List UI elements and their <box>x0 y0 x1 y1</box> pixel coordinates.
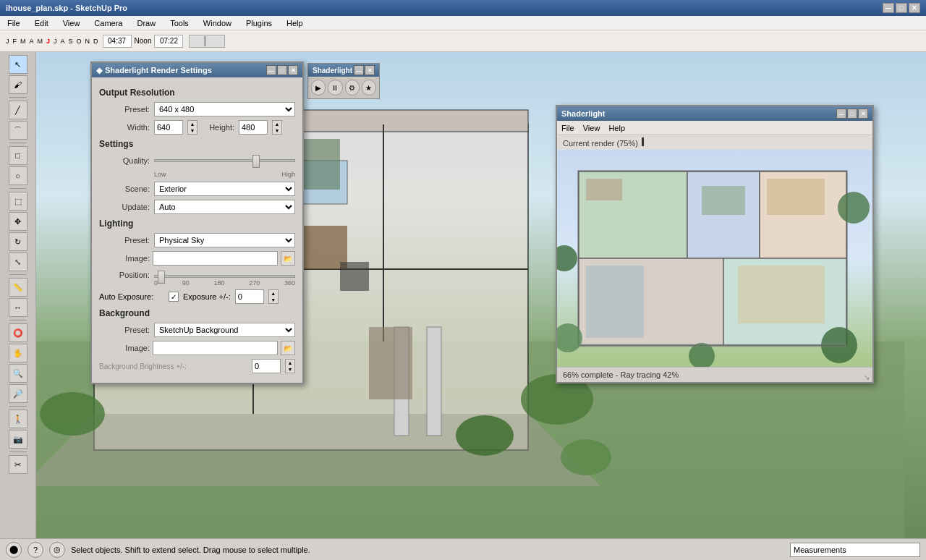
month-sep[interactable]: S <box>67 37 75 46</box>
render-window-maximize[interactable]: □ <box>847 109 857 119</box>
render-dialog-minimize[interactable]: — <box>266 65 276 75</box>
bg-brightness-down[interactable]: ▼ <box>286 366 294 373</box>
month-jun[interactable]: J <box>45 37 51 46</box>
sl-star-btn[interactable]: ★ <box>362 80 376 96</box>
quality-slider-thumb[interactable] <box>252 155 260 168</box>
height-spinner[interactable]: ▲ ▼ <box>272 120 282 135</box>
month-aug[interactable]: A <box>59 37 67 46</box>
paint-tool[interactable]: 🖌 <box>9 75 27 94</box>
line-tool[interactable]: ╱ <box>9 101 27 119</box>
render-dialog-close[interactable]: ✕ <box>288 65 298 75</box>
menu-help[interactable]: Help <box>282 17 307 29</box>
section-plane-tool[interactable]: ✂ <box>9 455 27 474</box>
lighting-preset-dropdown[interactable]: Physical Sky Artificial Custom <box>154 233 295 247</box>
output-preset-dropdown[interactable]: 640 x 480 800 x 600 1024 x 768 <box>154 102 295 116</box>
render-menu-help[interactable]: Help <box>608 124 625 132</box>
sl-small-titlebar[interactable]: Shaderlight — ✕ <box>308 64 379 77</box>
tape-measure-tool[interactable]: 📏 <box>9 278 27 297</box>
move-tool[interactable]: ✥ <box>9 212 27 231</box>
sl-settings-btn[interactable]: ⚙ <box>345 80 360 96</box>
position-slider-track[interactable] <box>154 275 295 278</box>
exposure-down[interactable]: ▼ <box>269 297 278 303</box>
menu-plugins[interactable]: Plugins <box>242 17 276 29</box>
month-nov[interactable]: N <box>84 37 92 46</box>
rectangle-tool[interactable]: □ <box>9 146 27 165</box>
lighting-browse-btn[interactable]: 📂 <box>281 251 295 266</box>
exposure-up[interactable]: ▲ <box>269 290 278 297</box>
bg-image-input[interactable] <box>153 341 278 355</box>
menu-window[interactable]: Window <box>199 17 236 29</box>
width-input[interactable] <box>154 120 183 135</box>
push-pull-tool[interactable]: ⬚ <box>9 192 27 211</box>
exposure-input[interactable] <box>235 289 264 304</box>
walk-tool[interactable]: 🚶 <box>9 410 27 428</box>
minimize-btn[interactable]: — <box>883 3 894 13</box>
menu-draw[interactable]: Draw <box>132 17 160 29</box>
width-spinner[interactable]: ▲ ▼ <box>187 120 197 135</box>
resize-handle[interactable]: ↘ <box>864 373 871 381</box>
scale-tool[interactable]: ⤡ <box>9 253 27 271</box>
sl-small-close[interactable]: ✕ <box>365 65 375 75</box>
width-down-arrow[interactable]: ▼ <box>188 127 197 134</box>
update-dropdown[interactable]: Auto Manual <box>154 200 295 214</box>
sl-pause-btn[interactable]: ⏸ <box>328 80 342 96</box>
circle-tool[interactable]: ○ <box>9 166 27 185</box>
position-camera-tool[interactable]: 📷 <box>9 430 27 449</box>
menu-tools[interactable]: Tools <box>166 17 193 29</box>
time-input-1[interactable] <box>103 35 132 48</box>
month-jan[interactable]: J <box>4 37 11 46</box>
rotate-tool[interactable]: ↻ <box>9 232 27 251</box>
exposure-spinner[interactable]: ▲ ▼ <box>268 289 279 304</box>
height-input[interactable] <box>239 120 268 135</box>
render-window-menubar: File View Help <box>557 121 872 135</box>
render-window-minimize[interactable]: — <box>836 109 846 119</box>
width-up-arrow[interactable]: ▲ <box>188 121 197 127</box>
bg-brightness-spinner[interactable]: ▲ ▼ <box>285 359 295 373</box>
render-window-titlebar[interactable]: Shaderlight — □ ✕ <box>557 106 872 121</box>
close-btn[interactable]: ✕ <box>909 3 920 13</box>
height-up-arrow[interactable]: ▲ <box>273 121 281 127</box>
zoom-window-tool[interactable]: 🔎 <box>9 384 27 403</box>
bg-browse-btn[interactable]: 📂 <box>281 341 295 355</box>
render-window-close[interactable]: ✕ <box>858 109 868 119</box>
month-jul[interactable]: J <box>52 37 59 46</box>
sl-play-btn[interactable]: ▶ <box>311 80 326 96</box>
menu-edit[interactable]: Edit <box>30 17 53 29</box>
scene-dropdown[interactable]: Exterior Interior Custom <box>154 182 295 196</box>
month-dec[interactable]: D <box>92 37 100 46</box>
maximize-btn[interactable]: □ <box>896 3 907 13</box>
quality-slider-track[interactable] <box>154 159 295 162</box>
pan-tool-left[interactable]: ✋ <box>9 344 27 362</box>
render-dialog-titlebar[interactable]: ◆ Shaderlight Render Settings — □ ✕ <box>92 63 302 77</box>
status-icon-3[interactable]: ◎ <box>49 542 65 558</box>
dimension-tool[interactable]: ↔ <box>9 298 27 317</box>
zoom-tool-left[interactable]: 🔍 <box>9 364 27 383</box>
lighting-image-input[interactable] <box>153 251 278 266</box>
render-window-title: Shaderlight <box>561 109 606 118</box>
menu-camera[interactable]: Camera <box>90 17 127 29</box>
auto-exposure-checkbox[interactable]: ✓ <box>169 292 179 302</box>
month-may[interactable]: M <box>36 37 45 46</box>
time-input-2[interactable] <box>154 35 183 48</box>
menu-file[interactable]: File <box>3 17 25 29</box>
arc-tool[interactable]: ⌒ <box>9 121 27 140</box>
render-menu-file[interactable]: File <box>561 124 574 132</box>
bg-brightness-input[interactable] <box>252 359 281 373</box>
render-menu-view[interactable]: View <box>583 124 600 132</box>
sl-small-minimize[interactable]: — <box>354 65 364 75</box>
menu-view[interactable]: View <box>59 17 85 29</box>
month-apr[interactable]: A <box>28 37 35 46</box>
height-down-arrow[interactable]: ▼ <box>273 127 281 134</box>
month-feb[interactable]: F <box>12 37 19 46</box>
bg-brightness-up[interactable]: ▲ <box>286 360 294 366</box>
month-mar[interactable]: M <box>19 37 27 46</box>
status-icon-help[interactable]: ? <box>27 542 43 558</box>
bg-preset-dropdown[interactable]: SketchUp Background Custom None <box>154 323 295 337</box>
svg-rect-14 <box>369 327 412 399</box>
render-dialog-maximize[interactable]: □ <box>277 65 287 75</box>
position-slider-thumb[interactable] <box>158 271 165 284</box>
orbit-tool-left[interactable]: ⭕ <box>9 323 27 342</box>
status-icon-1[interactable]: ⬤ <box>6 542 22 558</box>
month-oct[interactable]: O <box>75 37 83 46</box>
select-tool[interactable]: ↖ <box>9 55 27 74</box>
